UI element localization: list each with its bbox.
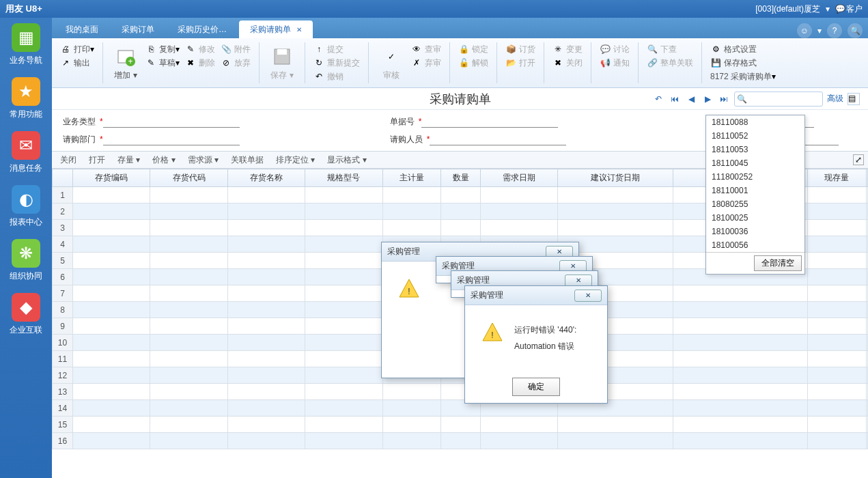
grid-stock[interactable]: 存量 ▾ bbox=[117, 154, 140, 166]
change-button[interactable]: ✳变更 bbox=[550, 42, 585, 56]
reject-button[interactable]: ✗弃审 bbox=[408, 56, 444, 70]
first-icon[interactable]: ⏮ bbox=[669, 93, 681, 105]
dropdown-item[interactable]: 18100025 bbox=[706, 211, 804, 225]
doc-title: 采购请购单 bbox=[430, 91, 491, 107]
table-row[interactable]: 14 bbox=[53, 400, 868, 417]
dropdown-item[interactable]: 111800252 bbox=[706, 170, 804, 184]
template-select[interactable]: 8172 采购请购单 ▾ bbox=[708, 70, 779, 83]
nav-business[interactable]: ▦业务导航 bbox=[5, 23, 46, 66]
last-icon[interactable]: ⏭ bbox=[718, 93, 730, 105]
grid-price[interactable]: 价格 ▾ bbox=[152, 154, 175, 166]
submit-button[interactable]: ↑提交 bbox=[311, 42, 363, 56]
doc-link-button[interactable]: 🔗整单关联 bbox=[644, 56, 696, 70]
smile-icon[interactable]: ☺ bbox=[797, 23, 812, 38]
format-button[interactable]: ⚙格式设置 bbox=[708, 42, 779, 56]
dropdown-item[interactable]: 18080255 bbox=[706, 197, 804, 211]
grid-demand[interactable]: 需求源 ▾ bbox=[188, 154, 219, 166]
unlock-button[interactable]: 🔓解锁 bbox=[456, 56, 491, 70]
user-info[interactable]: [003](default)厦芝 bbox=[755, 3, 820, 15]
lock-button[interactable]: 🔒锁定 bbox=[456, 42, 491, 56]
add-button[interactable]: +增加 ▾ bbox=[109, 42, 143, 83]
col-header[interactable]: 数量 bbox=[441, 169, 481, 187]
resubmit-button[interactable]: ↻重新提交 bbox=[311, 56, 363, 70]
modify-button[interactable]: ✎修改 bbox=[182, 42, 218, 56]
save-format-button[interactable]: 💾保存格式 bbox=[708, 56, 779, 70]
open-button[interactable]: 📂打开 bbox=[503, 56, 538, 70]
col-header[interactable]: 现存量 bbox=[808, 169, 867, 187]
dropdown-item[interactable]: 18100036 bbox=[706, 225, 804, 238]
tab-requisition[interactable]: 采购请购单✕ bbox=[239, 20, 313, 38]
export-button[interactable]: ↗输出 bbox=[57, 56, 97, 70]
col-header[interactable]: 存货代码 bbox=[150, 169, 227, 187]
col-header[interactable]: 存货名称 bbox=[227, 169, 305, 187]
col-header[interactable] bbox=[866, 169, 867, 187]
grid-expand-icon[interactable]: ⤢ bbox=[853, 154, 864, 165]
dropdown-icon[interactable]: ▾ bbox=[817, 26, 822, 36]
nav-reports[interactable]: ◐报表中心 bbox=[5, 185, 46, 228]
prev-icon[interactable]: ◀ bbox=[685, 93, 697, 105]
grid-open[interactable]: 打开 bbox=[89, 154, 105, 166]
table-row[interactable]: 13 bbox=[53, 384, 868, 400]
draft-button[interactable]: ✎草稿 ▾ bbox=[143, 56, 182, 70]
dropdown-icon[interactable]: ▾ bbox=[826, 4, 830, 14]
nav-enterprise[interactable]: ◆企业互联 bbox=[5, 293, 46, 336]
discuss-button[interactable]: 💬讨论 bbox=[597, 42, 632, 56]
grid-display[interactable]: 显示格式 ▾ bbox=[327, 154, 366, 166]
grid-related[interactable]: 关联单据 bbox=[231, 154, 264, 166]
col-header[interactable]: 规格型号 bbox=[305, 169, 382, 187]
undo-button[interactable]: ↶撤销 bbox=[311, 70, 363, 83]
dropdown-item[interactable]: 18110088 bbox=[706, 115, 804, 129]
abandon-button[interactable]: ⊘放弃 bbox=[218, 56, 253, 70]
search-icon[interactable]: 🔍 bbox=[848, 23, 863, 38]
config-icon[interactable]: ▤ bbox=[848, 93, 860, 105]
copy-button[interactable]: ⎘复制 ▾ bbox=[143, 42, 182, 56]
audit-button[interactable]: ✓审核 bbox=[374, 42, 408, 83]
attach-button[interactable]: 📎附件 bbox=[218, 42, 253, 56]
save-button[interactable]: 保存 ▾ bbox=[265, 42, 299, 83]
grid-sort[interactable]: 排序定位 ▾ bbox=[276, 154, 315, 166]
dropdown-item[interactable]: 18110001 bbox=[706, 184, 804, 197]
dialog-close-icon[interactable]: ✕ bbox=[574, 290, 602, 302]
input-biz-type[interactable] bbox=[103, 115, 240, 128]
col-header[interactable] bbox=[53, 169, 73, 187]
input-dept[interactable] bbox=[103, 133, 240, 145]
customer-link[interactable]: 客户 bbox=[846, 3, 863, 15]
chat-icon[interactable]: 💬 bbox=[834, 3, 846, 15]
col-header[interactable]: 建议订货日期 bbox=[558, 169, 673, 187]
nav-messages[interactable]: ✉消息任务 bbox=[5, 131, 46, 174]
nav-org[interactable]: ❋组织协同 bbox=[5, 239, 46, 282]
help-icon[interactable]: ? bbox=[827, 23, 842, 38]
next-icon[interactable]: ▶ bbox=[701, 93, 714, 105]
close-button[interactable]: ✖关闭 bbox=[550, 56, 585, 70]
draft-icon: ✎ bbox=[145, 57, 156, 68]
notify-button[interactable]: 📢通知 bbox=[597, 56, 632, 70]
search-input[interactable] bbox=[734, 92, 823, 107]
review-button[interactable]: 👁查审 bbox=[408, 42, 444, 56]
dropdown-item[interactable]: 18110052 bbox=[706, 129, 804, 143]
table-row[interactable]: 16 bbox=[53, 433, 868, 449]
tab-history[interactable]: 采购历史价… bbox=[167, 20, 238, 38]
clear-all-button[interactable]: 全部清空 bbox=[754, 255, 802, 271]
dropdown-item[interactable]: 18110045 bbox=[706, 156, 804, 170]
tab-desktop[interactable]: 我的桌面 bbox=[55, 20, 109, 38]
follow-button[interactable]: 🔍下查 bbox=[644, 42, 696, 56]
tab-order[interactable]: 采购订单 bbox=[111, 20, 165, 38]
table-row[interactable]: 15 bbox=[53, 417, 868, 433]
col-header[interactable]: 主计量 bbox=[382, 169, 441, 187]
delete-button[interactable]: ✖删除 bbox=[182, 56, 218, 70]
ok-button[interactable]: 确定 bbox=[512, 378, 560, 396]
print-button[interactable]: 🖨打印 ▾ bbox=[57, 42, 97, 56]
dropdown-item[interactable]: 18110053 bbox=[706, 143, 804, 156]
dropdown-item[interactable]: 18100056 bbox=[706, 238, 804, 252]
close-icon[interactable]: ✕ bbox=[296, 26, 302, 33]
nav-common[interactable]: ★常用功能 bbox=[5, 77, 46, 120]
col-header[interactable]: 存货编码 bbox=[73, 169, 150, 187]
input-person[interactable] bbox=[430, 133, 566, 145]
grid-close[interactable]: 关闭 bbox=[60, 154, 76, 166]
dialog-close-icon[interactable]: ✕ bbox=[565, 275, 592, 287]
col-header[interactable]: 需求日期 bbox=[481, 169, 558, 187]
order-goods-button[interactable]: 📦订货 bbox=[503, 42, 538, 56]
undo-nav-icon[interactable]: ↶ bbox=[652, 93, 664, 105]
input-doc-no[interactable] bbox=[421, 115, 558, 128]
advanced-link[interactable]: 高级 bbox=[827, 93, 843, 104]
